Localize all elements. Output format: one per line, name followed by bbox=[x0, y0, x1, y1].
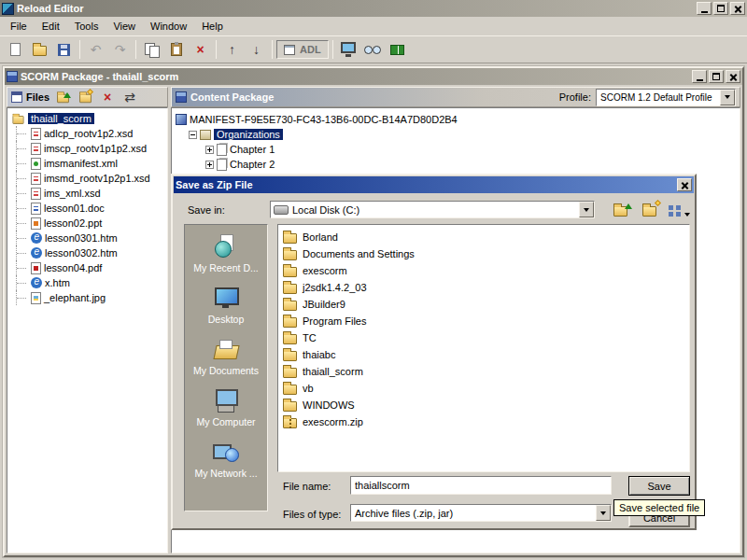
tree-item[interactable]: imscp_rootv1p1p2.xsd bbox=[9, 141, 165, 156]
tree-item[interactable]: imsmd_rootv1p2p1.xsd bbox=[9, 171, 165, 186]
save-in-select[interactable]: Local Disk (C:) bbox=[270, 201, 595, 218]
folder-item[interactable]: TC bbox=[283, 329, 684, 346]
tree-item[interactable]: ims_xml.xsd bbox=[9, 186, 165, 201]
folder-item[interactable]: Documents and Settings bbox=[283, 245, 684, 262]
open-button[interactable] bbox=[28, 38, 51, 61]
add-folder-button[interactable] bbox=[76, 89, 94, 105]
place-desktop[interactable]: Desktop bbox=[185, 286, 267, 325]
menu-tools[interactable]: Tools bbox=[67, 19, 106, 34]
folder-item[interactable]: Borland bbox=[283, 229, 684, 245]
redo-button[interactable]: ↷ bbox=[108, 38, 132, 61]
tree-item[interactable]: lesson02.ppt bbox=[9, 216, 165, 231]
folder-item[interactable]: vb bbox=[283, 380, 684, 397]
tree-item[interactable]: lesson0301.htm bbox=[9, 231, 165, 245]
package-close-button[interactable] bbox=[726, 70, 740, 83]
glasses-icon bbox=[364, 45, 381, 54]
folder-name: Documents and Settings bbox=[303, 248, 415, 259]
package-window-icon bbox=[7, 71, 18, 82]
tree-item[interactable]: _elephant.jpg bbox=[9, 290, 165, 305]
move-down-button[interactable]: ↓ bbox=[245, 38, 268, 61]
organizations-label: Organizations bbox=[214, 129, 283, 140]
folder-item[interactable]: j2sdk1.4.2_03 bbox=[283, 279, 684, 296]
expand-icon[interactable] bbox=[205, 146, 214, 154]
place-my-network[interactable]: My Network ... bbox=[185, 440, 267, 479]
new-document-icon bbox=[10, 43, 21, 56]
folder-icon bbox=[283, 284, 297, 294]
up-one-level-button[interactable] bbox=[608, 200, 633, 220]
folder-item[interactable]: WINDOWS bbox=[283, 397, 684, 413]
copy-button[interactable] bbox=[140, 38, 163, 61]
menu-view[interactable]: View bbox=[106, 19, 143, 34]
collapse-icon[interactable] bbox=[189, 131, 197, 139]
package-minimize-button[interactable] bbox=[692, 70, 707, 83]
place-my-documents[interactable]: My Documents bbox=[185, 337, 267, 376]
folder-icon bbox=[283, 301, 297, 311]
tree-item[interactable]: lesson0302.htm bbox=[9, 245, 165, 260]
menu-help[interactable]: Help bbox=[194, 19, 231, 34]
maximize-button[interactable] bbox=[713, 2, 728, 15]
import-file-button[interactable] bbox=[53, 89, 72, 105]
view-menu-button[interactable] bbox=[666, 200, 691, 220]
refresh-button[interactable]: ⇄ bbox=[120, 89, 139, 105]
menu-edit[interactable]: Edit bbox=[35, 19, 67, 34]
expand-icon[interactable] bbox=[205, 161, 214, 169]
dialog-titlebar[interactable]: Save as Zip File bbox=[174, 176, 694, 193]
save-toolbar-button[interactable] bbox=[52, 38, 76, 61]
help-book-button[interactable] bbox=[386, 38, 409, 61]
save-in-dropdown-button[interactable] bbox=[579, 202, 594, 217]
main-titlebar[interactable]: Reload Editor bbox=[0, 0, 747, 17]
desktop-icon bbox=[212, 286, 240, 310]
chapter-item[interactable]: Chapter 2 bbox=[205, 157, 736, 172]
delete-button[interactable]: × bbox=[189, 38, 212, 61]
organizations-item[interactable]: Organizations bbox=[189, 127, 736, 142]
paste-button[interactable] bbox=[164, 38, 188, 61]
redo-icon: ↷ bbox=[115, 43, 126, 56]
package-restore-button[interactable] bbox=[709, 70, 724, 83]
folder-name: JBuilder9 bbox=[303, 299, 345, 310]
delete-file-button[interactable]: × bbox=[98, 89, 117, 105]
save-in-value: Local Disk (C:) bbox=[289, 204, 579, 216]
new-folder-button[interactable] bbox=[637, 200, 662, 220]
folder-item[interactable]: exescorm bbox=[283, 262, 684, 279]
profile-label: Profile: bbox=[559, 91, 591, 103]
folder-item[interactable]: thaiall_scorm bbox=[283, 363, 684, 380]
move-up-button[interactable]: ↑ bbox=[220, 38, 244, 61]
file-name-input[interactable] bbox=[350, 476, 612, 495]
check-links-button[interactable] bbox=[361, 38, 385, 61]
xml-file-icon bbox=[31, 158, 41, 170]
menu-bar: File Edit Tools View Window Help bbox=[0, 17, 747, 35]
save-button[interactable]: Save bbox=[628, 476, 690, 496]
package-titlebar[interactable]: SCORM Package - thaiall_scorm bbox=[5, 68, 742, 85]
new-button[interactable] bbox=[4, 38, 27, 61]
undo-button[interactable]: ↶ bbox=[84, 38, 107, 61]
files-of-type-dropdown-button[interactable] bbox=[596, 505, 611, 521]
tree-item-label: lesson02.ppt bbox=[44, 217, 102, 229]
preview-button[interactable] bbox=[337, 38, 360, 61]
profile-dropdown-button[interactable] bbox=[720, 90, 735, 105]
menu-window[interactable]: Window bbox=[143, 19, 194, 34]
place-recent-documents[interactable]: My Recent D... bbox=[185, 234, 267, 273]
tree-root-item[interactable]: thaiall_scorm bbox=[11, 111, 165, 126]
tree-item[interactable]: imsmanifest.xml bbox=[9, 156, 165, 171]
tree-item[interactable]: lesson01.doc bbox=[9, 201, 165, 216]
menu-file[interactable]: File bbox=[3, 19, 35, 34]
chapter-item[interactable]: Chapter 1 bbox=[205, 142, 736, 157]
minimize-button[interactable] bbox=[697, 2, 712, 15]
profile-select[interactable]: SCORM 1.2 Default Profile bbox=[596, 89, 736, 106]
folder-icon bbox=[283, 385, 297, 395]
tree-item[interactable]: x.htm bbox=[9, 275, 165, 290]
tree-item[interactable]: lesson04.pdf bbox=[9, 260, 165, 275]
tree-item[interactable]: adlcp_rootv1p2.xsd bbox=[9, 126, 165, 141]
manifest-item[interactable]: MANIFEST-F9E5E730-FC43-13B6-00DC-B14A7D8… bbox=[176, 112, 736, 127]
places-bar: My Recent D... Desktop My Documents My C… bbox=[184, 224, 268, 511]
dialog-close-button[interactable] bbox=[677, 178, 692, 191]
zip-file-item[interactable]: exescorm.zip bbox=[283, 413, 684, 430]
files-of-type-select[interactable]: Archive files (.zip, jar) bbox=[350, 504, 612, 522]
folder-item[interactable]: Program Files bbox=[283, 313, 684, 329]
place-my-computer[interactable]: My Computer bbox=[185, 388, 267, 427]
folder-item[interactable]: thaiabc bbox=[283, 346, 684, 363]
folder-item[interactable]: JBuilder9 bbox=[283, 296, 684, 313]
window-title: Reload Editor bbox=[17, 3, 694, 14]
close-button[interactable] bbox=[730, 2, 745, 15]
toolbar-separator bbox=[79, 40, 80, 59]
